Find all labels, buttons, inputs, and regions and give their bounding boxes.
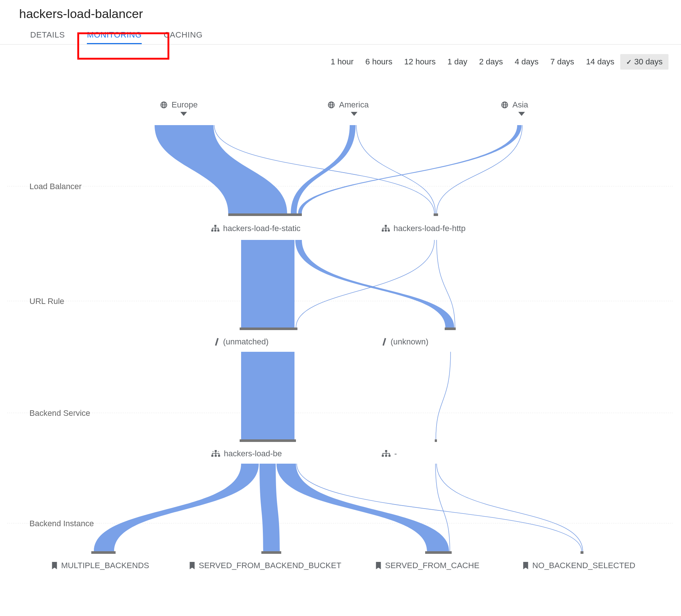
svg-rect-6	[240, 328, 297, 330]
check-icon	[626, 57, 632, 67]
bookmark-icon	[523, 562, 529, 569]
node-fe-http[interactable]: hackers-load-fe-http	[382, 224, 466, 233]
node-unknown[interactable]: (unknown)	[382, 337, 428, 347]
time-30-days-label: 30 days	[634, 57, 663, 67]
node-unmatched-label: (unmatched)	[223, 337, 269, 347]
node-fe-http-label: hackers-load-fe-http	[394, 224, 466, 233]
svg-rect-31	[388, 455, 390, 457]
svg-rect-9	[435, 439, 437, 442]
svg-rect-17	[217, 230, 219, 231]
node-be-label: hackers-load-be	[224, 449, 282, 459]
network-icon	[382, 225, 390, 232]
bookmark-icon	[375, 562, 381, 569]
node-multi[interactable]: MULTIPLE_BACKENDS	[52, 561, 149, 570]
node-be-none[interactable]: -	[382, 449, 397, 459]
time-12-hours[interactable]: 12 hours	[398, 54, 442, 70]
tab-caching[interactable]: CACHING	[153, 25, 214, 44]
tab-details[interactable]: DETAILS	[19, 25, 76, 44]
node-bucket[interactable]: SERVED_FROM_BACKEND_BUCKET	[189, 561, 341, 570]
svg-rect-14	[214, 225, 216, 227]
node-be[interactable]: hackers-load-be	[211, 449, 282, 459]
tab-monitoring[interactable]: MONITORING	[76, 25, 153, 44]
node-fe-static[interactable]: hackers-load-fe-static	[211, 224, 300, 233]
node-cache-label: SERVED_FROM_CACHE	[385, 561, 479, 570]
time-range-selector: 1 hour 6 hours 12 hours 1 day 2 days 4 d…	[0, 45, 681, 70]
sankey-chart: Load Balancer URL Rule Backend Service B…	[7, 103, 674, 616]
node-multi-label: MULTIPLE_BACKENDS	[61, 561, 149, 570]
svg-rect-10	[91, 551, 116, 554]
svg-rect-16	[214, 230, 216, 231]
svg-rect-15	[211, 230, 213, 231]
time-6-hours[interactable]: 6 hours	[360, 54, 398, 70]
time-7-days[interactable]: 7 days	[544, 54, 580, 70]
svg-rect-19	[382, 230, 384, 231]
node-none-label: NO_BACKEND_SELECTED	[532, 561, 635, 570]
slash-icon	[214, 338, 219, 346]
svg-rect-8	[240, 439, 296, 442]
time-1-day[interactable]: 1 day	[442, 54, 473, 70]
svg-rect-27	[218, 451, 219, 452]
node-unknown-label: (unknown)	[391, 337, 428, 347]
bookmark-icon	[189, 562, 195, 569]
network-group-icon	[211, 450, 220, 457]
slash-icon	[382, 338, 387, 346]
svg-rect-11	[261, 551, 281, 554]
time-4-days[interactable]: 4 days	[509, 54, 544, 70]
svg-rect-22	[215, 450, 216, 452]
time-14-days[interactable]: 14 days	[580, 54, 620, 70]
svg-rect-23	[211, 455, 213, 457]
svg-rect-29	[382, 455, 384, 457]
bookmark-icon	[52, 562, 57, 569]
svg-rect-28	[385, 450, 387, 452]
svg-rect-20	[385, 230, 387, 231]
node-bucket-label: SERVED_FROM_BACKEND_BUCKET	[199, 561, 341, 570]
svg-rect-21	[388, 230, 389, 231]
page-title: hackers-load-balancer	[0, 0, 681, 24]
svg-rect-5	[434, 213, 438, 216]
svg-rect-26	[212, 451, 214, 452]
network-icon	[211, 225, 219, 232]
time-1-hour[interactable]: 1 hour	[325, 54, 359, 70]
node-unmatched[interactable]: (unmatched)	[214, 337, 269, 347]
node-fe-static-label: hackers-load-fe-static	[223, 224, 300, 233]
svg-rect-18	[385, 225, 387, 227]
node-none[interactable]: NO_BACKEND_SELECTED	[523, 561, 635, 570]
svg-rect-25	[218, 455, 220, 457]
svg-rect-13	[581, 551, 583, 554]
svg-rect-7	[445, 328, 456, 330]
svg-rect-30	[385, 455, 387, 457]
svg-rect-12	[425, 551, 452, 554]
svg-rect-24	[215, 455, 216, 457]
time-30-days[interactable]: 30 days	[620, 54, 668, 70]
svg-rect-4	[228, 213, 302, 216]
node-cache[interactable]: SERVED_FROM_CACHE	[375, 561, 479, 570]
node-be-none-label: -	[394, 449, 397, 459]
time-2-days[interactable]: 2 days	[473, 54, 509, 70]
network-group-icon	[382, 450, 391, 457]
tab-bar: DETAILS MONITORING CACHING	[0, 24, 681, 45]
